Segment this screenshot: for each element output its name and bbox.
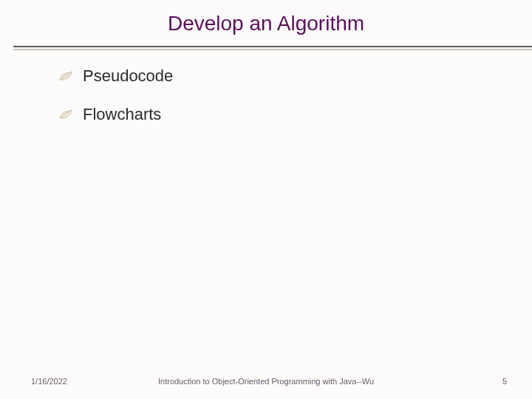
footer-center-text: Introduction to Object-Oriented Programm…: [0, 377, 532, 386]
slide: Develop an Algorithm Pseudocode Flowchar…: [0, 0, 532, 399]
leaf-bullet-icon: [59, 109, 72, 120]
bullet-label: Flowcharts: [83, 105, 161, 124]
slide-title: Develop an Algorithm: [0, 0, 532, 35]
list-item: Flowcharts: [59, 105, 502, 124]
footer: 1/16/2022 Introduction to Object-Oriente…: [0, 371, 532, 386]
content-area: Pseudocode Flowcharts: [59, 66, 502, 143]
footer-page-number: 5: [502, 377, 507, 386]
list-item: Pseudocode: [59, 66, 502, 86]
bullet-label: Pseudocode: [83, 66, 173, 86]
title-divider: [13, 46, 532, 50]
leaf-bullet-icon: [59, 71, 72, 81]
